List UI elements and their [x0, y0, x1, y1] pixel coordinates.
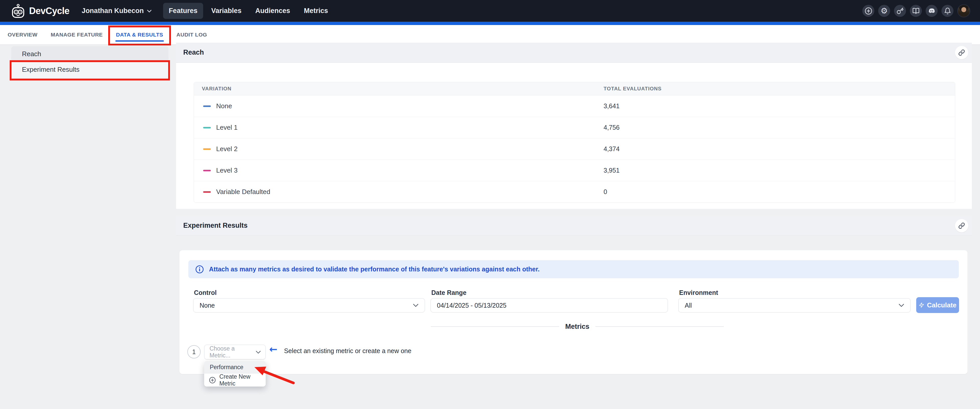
calculate-label: Calculate: [927, 301, 956, 309]
experiment-section-title: Experiment Results: [183, 221, 248, 229]
variation-color-dash: [203, 170, 211, 171]
reach-section-header: Reach: [176, 43, 972, 62]
variation-name: Variable Defaulted: [216, 188, 270, 196]
table-row: Variable Defaulted 0: [194, 181, 955, 202]
table-row: Level 2 4,374: [194, 138, 955, 159]
variation-color-dash: [203, 127, 211, 129]
metrics-divider: Metrics: [431, 323, 724, 331]
variation-color-dash: [203, 191, 211, 193]
plus-circle-icon: [209, 376, 216, 384]
table-row: Level 1 4,756: [194, 117, 955, 138]
reach-section-body: VARIATION TOTAL EVALUATIONS None 3,641 L…: [176, 63, 972, 209]
api-keys-button[interactable]: [894, 5, 906, 17]
docs-button[interactable]: [910, 5, 922, 17]
environment-label: Environment: [679, 289, 718, 296]
reach-table-body: None 3,641 Level 1 4,756 Level 2 4,374 L…: [194, 95, 955, 202]
sidebar-item-experiment-results[interactable]: Experiment Results: [11, 62, 169, 77]
metric-dropdown: Performance Create New Metric: [204, 361, 266, 387]
experiment-section-header: Experiment Results: [176, 216, 972, 236]
nav-item-variables[interactable]: Variables: [206, 3, 247, 19]
settings-button[interactable]: ⚙: [878, 5, 890, 17]
variation-name: Level 2: [216, 145, 238, 153]
primary-nav: Features Variables Audiences Metrics: [163, 3, 334, 19]
devcycle-robot-icon: [11, 4, 25, 18]
variation-total: 3,951: [604, 167, 620, 174]
date-range-input[interactable]: 04/14/2025 - 05/13/2025: [431, 298, 668, 312]
tab-manage-feature[interactable]: MANAGE FEATURE: [51, 25, 103, 45]
control-select-value: None: [200, 302, 413, 309]
chevron-down-icon: [147, 9, 152, 13]
link-icon: [958, 49, 965, 56]
info-banner-text: Attach as many metrics as desired to val…: [209, 266, 539, 273]
control-label: Control: [194, 289, 217, 296]
chevron-down-icon: [256, 350, 261, 354]
metric-select-placeholder: Choose a Metric...: [210, 345, 256, 359]
metrics-divider-label: Metrics: [565, 323, 590, 331]
metric-hint: Select an existing metric or create a ne…: [284, 347, 411, 355]
environment-select[interactable]: All: [678, 298, 911, 312]
nav-item-metrics[interactable]: Metrics: [298, 3, 334, 19]
tab-overview[interactable]: OVERVIEW: [8, 25, 38, 45]
link-icon: [958, 222, 965, 229]
plus-circle-icon: [865, 7, 872, 15]
variation-color-dash: [203, 148, 211, 150]
bell-icon: [944, 7, 951, 14]
reach-section-title: Reach: [183, 48, 204, 56]
tab-data-and-results[interactable]: DATA & RESULTS: [116, 25, 163, 45]
discord-icon: [928, 7, 935, 15]
calculate-button[interactable]: Calculate: [916, 297, 959, 313]
date-range-value: 04/14/2025 - 05/13/2025: [437, 302, 662, 309]
column-total-evaluations: TOTAL EVALUATIONS: [604, 86, 955, 92]
lightning-icon: [919, 302, 924, 309]
column-variation: VARIATION: [194, 86, 604, 92]
info-icon: [195, 265, 204, 274]
discord-button[interactable]: [926, 5, 938, 17]
control-select[interactable]: None: [193, 298, 425, 312]
create-new-metric-label: Create New Metric: [220, 373, 266, 387]
left-arrow-icon: ←: [269, 344, 277, 355]
chevron-down-icon: [899, 304, 904, 307]
table-row: Level 3 3,951: [194, 159, 955, 181]
create-button[interactable]: [862, 5, 874, 17]
accent-bar: [0, 22, 980, 25]
create-new-metric-option[interactable]: Create New Metric: [204, 374, 266, 387]
experiment-permalink-button[interactable]: [955, 219, 968, 232]
results-sidebar: Reach Experiment Results: [11, 46, 169, 77]
notifications-button[interactable]: [942, 5, 953, 17]
environment-select-value: All: [685, 302, 899, 309]
variation-total: 0: [604, 188, 607, 195]
top-nav-actions: ⚙: [862, 4, 970, 18]
feature-tabs: OVERVIEW MANAGE FEATURE DATA & RESULTS A…: [0, 25, 980, 45]
top-nav: DevCycle Jonathan Kubecon Features Varia…: [0, 0, 980, 22]
variation-total: 4,756: [604, 124, 620, 131]
gear-icon: ⚙: [881, 7, 888, 15]
tab-audit-log[interactable]: AUDIT LOG: [177, 25, 207, 45]
variation-color-dash: [203, 105, 211, 107]
variation-table-header: VARIATION TOTAL EVALUATIONS: [194, 82, 955, 95]
nav-item-audiences[interactable]: Audiences: [250, 3, 296, 19]
brand-name: DevCycle: [29, 6, 69, 16]
variation-name: Level 1: [216, 124, 238, 132]
variation-name: Level 3: [216, 167, 238, 174]
org-user-menu[interactable]: Jonathan Kubecon: [82, 7, 152, 15]
info-banner: Attach as many metrics as desired to val…: [188, 260, 959, 278]
variation-total: 4,374: [604, 145, 620, 153]
user-avatar[interactable]: [957, 4, 970, 18]
date-range-label: Date Range: [431, 289, 466, 296]
nav-item-features[interactable]: Features: [163, 3, 203, 19]
dropdown-option-performance[interactable]: Performance: [204, 361, 266, 373]
key-icon: [897, 7, 904, 14]
variation-total: 3,641: [604, 102, 620, 110]
metric-row-number: 1: [187, 345, 200, 358]
devcycle-logo[interactable]: DevCycle: [11, 4, 69, 18]
org-user-label: Jonathan Kubecon: [82, 7, 144, 15]
experiment-results-card: Attach as many metrics as desired to val…: [180, 250, 967, 374]
metric-select[interactable]: Choose a Metric...: [204, 345, 266, 360]
variation-table: VARIATION TOTAL EVALUATIONS None 3,641 L…: [194, 82, 955, 203]
reach-permalink-button[interactable]: [955, 46, 968, 59]
variation-name: None: [216, 102, 232, 110]
sidebar-item-reach[interactable]: Reach: [11, 46, 169, 62]
chevron-down-icon: [413, 304, 418, 307]
table-row: None 3,641: [194, 95, 955, 117]
book-icon: [912, 7, 920, 14]
